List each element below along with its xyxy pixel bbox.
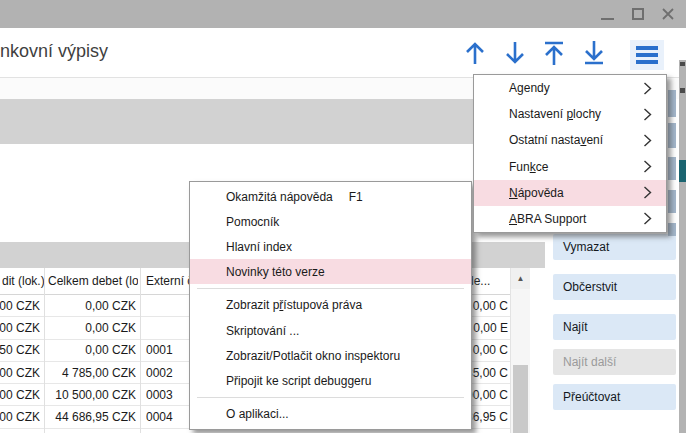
- cell-debit: 0,00 CZK: [44, 340, 136, 361]
- window-controls: [599, 0, 676, 28]
- toolbar: nkovní výpisy: [0, 28, 686, 77]
- app-window: nkovní výpisy dit (lok.) Celkem debet (l…: [0, 0, 686, 433]
- preuctovat-button[interactable]: Přeúčtovat: [553, 384, 676, 410]
- menu-item-okamzita-napoveda[interactable]: Okamžitá nápověda F1: [190, 184, 471, 209]
- scrollbar-up-icon[interactable]: ▲: [511, 268, 530, 289]
- menu-item-skriptovani[interactable]: Skriptování ...: [190, 318, 471, 343]
- hidden-button-edge: [668, 223, 676, 236]
- cell-credit: 00 CZK: [0, 295, 40, 316]
- chevron-right-icon: [643, 134, 652, 147]
- najit-dalsi-button: Najít další: [553, 349, 676, 375]
- menu-item-napoveda[interactable]: Nápověda: [474, 180, 666, 206]
- najit-button[interactable]: Najít: [553, 314, 676, 340]
- menu-item-funkce[interactable]: Funkce: [474, 154, 666, 180]
- column-header[interactable]: Celkem debet (lo...: [48, 268, 138, 294]
- table-scrollbar[interactable]: ▲: [510, 268, 530, 433]
- hidden-button-edge: [668, 90, 676, 117]
- chevron-right-icon: [643, 212, 652, 225]
- chevron-right-icon: [643, 160, 652, 173]
- chevron-right-icon: [643, 82, 652, 95]
- page-title: nkovní výpisy: [0, 41, 108, 62]
- column-header[interactable]: de...: [467, 268, 510, 294]
- arrow-to-top-icon[interactable]: [541, 39, 567, 67]
- column-header[interactable]: dit (lok.): [2, 268, 44, 294]
- menu-item-pripojit-ke-script-debuggeru[interactable]: Připojit ke script debuggeru: [190, 368, 471, 393]
- menu-item-hlavni-index[interactable]: Hlavní index: [190, 234, 471, 259]
- window-edge-strip: [679, 60, 686, 433]
- menu-item-zobrazit-potlacit-okno-inspektoru[interactable]: Zobrazit/Potlačit okno inspektoru: [190, 343, 471, 368]
- column-divider: [44, 268, 45, 433]
- cell-debit: 44 686,95 CZK: [44, 406, 136, 427]
- cell-credit: 00 CZK: [0, 362, 40, 383]
- menu-item-novinky-teto-verze[interactable]: Novinky této verze: [190, 259, 471, 284]
- chevron-right-icon: [643, 186, 652, 199]
- edge-mark: [680, 88, 685, 93]
- close-icon[interactable]: [659, 6, 676, 23]
- maximize-icon[interactable]: [629, 6, 646, 23]
- menu-item-nastaveni-plochy[interactable]: Nastavení plochy: [474, 101, 666, 127]
- hidden-button-edge: [668, 157, 676, 180]
- scrollbar-thumb[interactable]: [513, 365, 528, 433]
- main-dropdown-menu: Agendy Nastavení plochy Ostatní nastaven…: [473, 74, 667, 233]
- collapsed-panel-band: [0, 99, 545, 144]
- cell-debit: 0,00 CZK: [44, 317, 136, 338]
- window-titlebar: [0, 0, 686, 28]
- menu-icon[interactable]: [630, 40, 664, 70]
- menu-item-pomocnik[interactable]: Pomocník: [190, 209, 471, 234]
- cell-debit: 0,00 CZK: [44, 295, 136, 316]
- cell-debit: 4 785,00 CZK: [44, 362, 136, 383]
- cell-credit: 50 CZK: [0, 340, 40, 361]
- vymazat-button[interactable]: Vymazat: [553, 234, 676, 260]
- napoveda-submenu: Okamžitá nápověda F1 Pomocník Hlavní ind…: [189, 181, 472, 430]
- cell-credit: 00 CZK: [0, 384, 40, 405]
- arrow-down-icon[interactable]: [502, 39, 528, 67]
- minimize-icon[interactable]: [599, 6, 616, 23]
- obcerstvit-button[interactable]: Občerstvit: [553, 274, 676, 300]
- chevron-right-icon: [643, 108, 652, 121]
- hidden-button-edge: [668, 190, 676, 213]
- cell-credit: 00 CZK: [0, 317, 40, 338]
- menu-item-o-aplikaci[interactable]: O aplikaci...: [190, 402, 471, 427]
- edge-teal-marker: [679, 160, 686, 182]
- column-divider: [140, 268, 141, 433]
- menu-separator: [190, 393, 471, 402]
- menu-separator: [190, 284, 471, 293]
- cell-credit: 00 CZK: [0, 406, 40, 427]
- edge-mark: [680, 62, 685, 66]
- menu-item-zobrazit-pristupova-prava[interactable]: Zobrazit přístupová práva: [190, 293, 471, 318]
- menu-item-agendy[interactable]: Agendy: [474, 75, 666, 101]
- menu-item-abra-support[interactable]: ABRA Support: [474, 206, 666, 232]
- menu-item-ostatni-nastaveni[interactable]: Ostatní nastavení: [474, 127, 666, 153]
- arrow-up-icon[interactable]: [462, 39, 488, 67]
- shortcut-label: F1: [349, 190, 363, 204]
- hidden-button-edge: [668, 123, 676, 148]
- cell-debit: 10 500,00 CZK: [44, 384, 136, 405]
- arrow-to-bottom-icon[interactable]: [581, 39, 607, 67]
